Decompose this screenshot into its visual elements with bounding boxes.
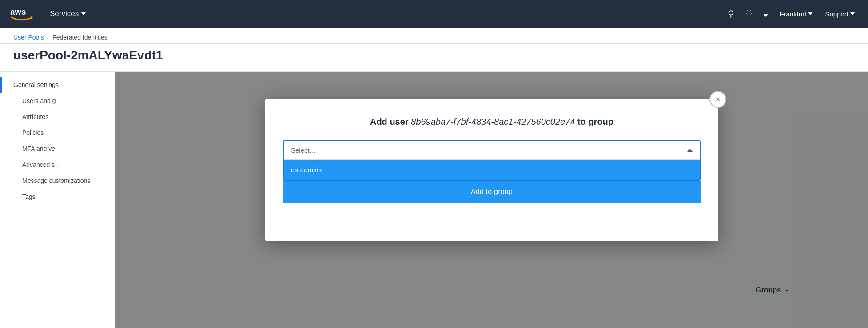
region-chevron-icon [808, 12, 812, 15]
modal-overlay: × Add user 8b69aba7-f7bf-4834-8ac1-42756… [115, 72, 868, 328]
modal-close-button[interactable]: × [709, 91, 726, 108]
sidebar-item-advanced[interactable]: Advanced s… [0, 157, 115, 173]
sidebar-label-advanced: Advanced s… [22, 161, 61, 168]
sidebar-label-policies: Policies [22, 129, 44, 136]
page-background: User Pools | Federated Identities userPo… [0, 28, 868, 328]
aws-logo[interactable]: aws [9, 5, 35, 23]
sidebar-item-attributes[interactable]: Attributes [0, 109, 115, 125]
region-selector[interactable]: Frankfurt [775, 10, 817, 18]
sidebar-item-tags[interactable]: Tags [0, 189, 115, 205]
services-chevron-icon [81, 12, 86, 15]
modal-title-suffix: to group [575, 117, 613, 126]
sidebar-label-users-groups: Users and g [22, 97, 56, 104]
main-content: Groups - × Add user 8b69aba7-f7bf-4834-8… [115, 72, 868, 328]
dropdown-option-es-admins[interactable]: es-admins [284, 160, 700, 180]
page-title: userPool-2mALYwaEvdt1 [13, 48, 855, 63]
breadcrumb-federated-identities[interactable]: Federated Identities [52, 34, 108, 41]
nav-right-group: ⚲ ♡ Frankfurt Support [724, 5, 859, 23]
main-layout: General settings Users and g Attributes … [0, 72, 868, 328]
sidebar-item-general-settings[interactable]: General settings [0, 77, 115, 93]
breadcrumb-bar: User Pools | Federated Identities [0, 28, 868, 44]
services-label: Services [50, 9, 79, 18]
support-label: Support [825, 10, 848, 18]
sidebar-item-users-groups[interactable]: Users and g [0, 93, 115, 109]
support-menu[interactable]: Support [820, 10, 859, 18]
sidebar-item-mfa[interactable]: MFA and ve [0, 141, 115, 157]
sidebar-label-general-settings: General settings [13, 81, 59, 88]
breadcrumb: User Pools | Federated Identities [13, 34, 855, 41]
modal-title: Add user 8b69aba7-f7bf-4834-8ac1-427560c… [283, 117, 701, 127]
group-select-container: Select... es-admins [283, 140, 701, 181]
nav-services-menu[interactable]: Services [44, 9, 92, 18]
region-label: Frankfurt [780, 10, 806, 18]
user-dropdown-icon[interactable] [760, 5, 772, 23]
sidebar-label-tags: Tags [22, 193, 36, 200]
modal-title-prefix: Add user [370, 117, 411, 126]
page-title-bar: userPool-2mALYwaEvdt1 [0, 44, 868, 72]
select-chevron-up-icon [687, 149, 693, 152]
add-user-to-group-modal: × Add user 8b69aba7-f7bf-4834-8ac1-42756… [265, 99, 718, 241]
sidebar-label-message-customizations: Message customizations [22, 177, 90, 184]
support-chevron-icon [850, 12, 855, 15]
bell-icon[interactable]: ♡ [741, 5, 757, 23]
sidebar-item-policies[interactable]: Policies [0, 125, 115, 141]
search-icon[interactable]: ⚲ [724, 5, 738, 23]
user-chevron-icon [764, 14, 768, 17]
breadcrumb-separator: | [47, 34, 49, 41]
group-dropdown-list: es-admins [284, 159, 700, 180]
sidebar-item-message-customizations[interactable]: Message customizations [0, 173, 115, 189]
sidebar: General settings Users and g Attributes … [0, 72, 115, 328]
sidebar-label-attributes: Attributes [22, 113, 48, 120]
svg-text:aws: aws [10, 7, 26, 16]
select-placeholder: Select... [291, 146, 315, 154]
group-select-trigger[interactable]: Select... [284, 141, 700, 159]
top-nav: aws Services ⚲ ♡ Frankfurt Support [0, 0, 868, 28]
modal-title-userid: 8b69aba7-f7bf-4834-8ac1-427560c02e74 [411, 117, 575, 126]
breadcrumb-user-pools[interactable]: User Pools [13, 34, 44, 41]
add-to-group-button[interactable]: Add to group [283, 181, 701, 203]
sidebar-label-mfa: MFA and ve [22, 145, 55, 152]
